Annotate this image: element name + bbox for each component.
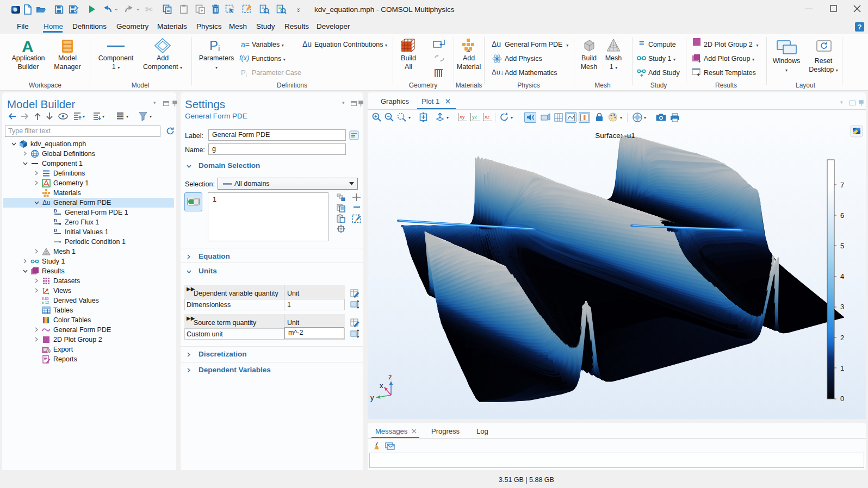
- svg-text:3: 3: [840, 303, 844, 311]
- svg-text:z: z: [388, 373, 392, 381]
- svg-text:x: x: [380, 381, 383, 390]
- svg-text:7: 7: [840, 181, 844, 189]
- svg-text:0: 0: [840, 395, 844, 403]
- svg-text:D: D: [54, 218, 57, 223]
- svg-text:D: D: [54, 228, 57, 233]
- svg-text:D: D: [54, 209, 57, 214]
- svg-text:1: 1: [840, 364, 844, 372]
- svg-text:Δu: Δu: [42, 199, 51, 207]
- svg-text:5: 5: [840, 242, 844, 250]
- svg-text:y: y: [370, 393, 374, 402]
- svg-text:6: 6: [840, 211, 844, 220]
- svg-text:Surface: -u1: Surface: -u1: [595, 132, 635, 140]
- svg-text:e-12: e-12: [42, 301, 49, 304]
- svg-text:2: 2: [840, 334, 844, 342]
- svg-text:8.85: 8.85: [42, 297, 49, 301]
- svg-text:4: 4: [840, 272, 844, 280]
